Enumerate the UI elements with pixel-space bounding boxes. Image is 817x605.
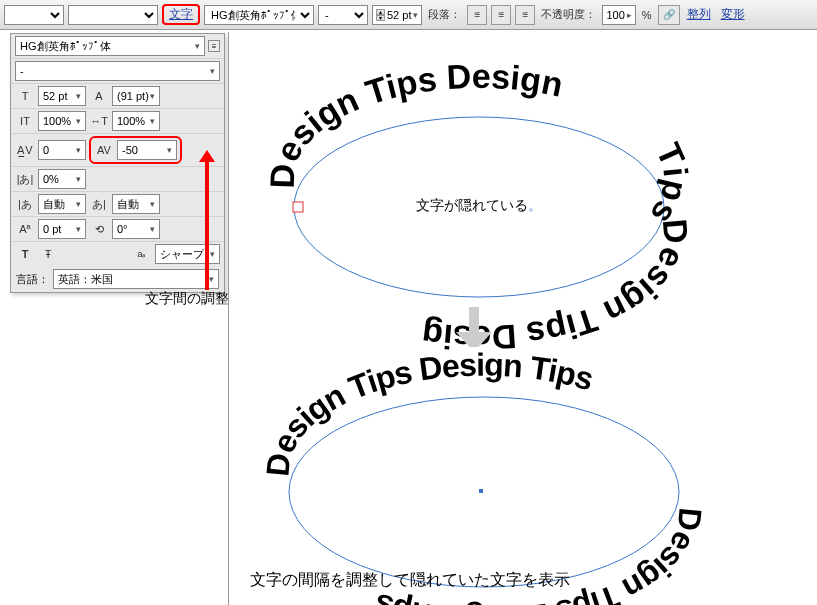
rotation-icon: ⟲ [89,219,109,239]
panel-font-style[interactable]: -▾ [15,61,220,81]
down-arrow-icon [454,307,494,347]
transform-panel-link[interactable]: 変形 [718,6,748,23]
font-size-icon: T [15,86,35,106]
hscale-icon: ↔T [89,111,109,131]
panel-hscale[interactable]: 100%▾ [112,111,160,131]
panel-tsume[interactable]: 0%▾ [38,169,86,189]
panel-aki-left[interactable]: 自動▾ [38,194,86,214]
panel-language[interactable]: 英語：米国▾ [53,269,219,289]
strikethrough-icon[interactable]: Ŧ [38,244,58,264]
percent-label: % [640,9,654,21]
align-panel-link[interactable]: 整列 [684,6,714,23]
baseline-icon: Aª [15,219,35,239]
tracking-annotation: 文字間の調整 [145,290,229,308]
bottom-caption: 文字の間隔を調整して隠れていた文字を表示 [250,570,570,591]
opacity-label: 不透明度： [539,7,598,22]
align-center-button[interactable]: ≡ [491,5,511,25]
tsume-icon: |あ| [15,169,35,189]
character-panel-link[interactable]: 文字 [166,7,196,21]
text-path-after[interactable]: Design Tips Design Tips Design Tips Desi… [279,347,659,579]
panel-rotation[interactable]: 0°▾ [112,219,160,239]
font-style-select[interactable]: - [318,5,368,25]
red-arrow-annotation [205,160,209,290]
tracking-highlight: AV -50▾ [89,136,182,164]
center-point [479,489,483,493]
panel-leading[interactable]: (91 pt)▾ [112,86,160,106]
paragraph-label: 段落： [426,7,463,22]
panel-tracking[interactable]: -50▾ [117,140,177,160]
svg-text:Tips: Tips [643,137,695,231]
top-arc-text-before: Design Tips Design Tips Design Tips Desi… [289,67,669,287]
aki-right-icon: あ| [89,194,109,214]
aki-left-icon: |あ [15,194,35,214]
align-left-button[interactable]: ≡ [467,5,487,25]
panel-font-family[interactable]: HG創英角ﾎﾟｯﾌﾟ体▾ [15,36,205,56]
vscale-icon: IT [15,111,35,131]
align-right-button[interactable]: ≡ [515,5,535,25]
text-path-before[interactable]: Design Tips Design Tips Design Tips Desi… [289,67,669,289]
font-family-select[interactable]: HG創英角ﾎﾟｯﾌﾟ体 [204,5,314,25]
top-toolbar: 文字 HG創英角ﾎﾟｯﾌﾟ体 - ▴▾ 52 pt ▾ 段落： ≡ ≡ ≡ 不透… [0,0,817,30]
kerning-icon: A̲V [15,140,35,160]
panel-baseline[interactable]: 0 pt▾ [38,219,86,239]
character-panel: HG創英角ﾎﾟｯﾌﾟ体▾ ≡ -▾ T 52 pt▾ A (91 pt)▾ IT… [10,33,225,293]
language-label: 言語： [16,272,49,287]
style-select[interactable] [68,5,158,25]
panel-aki-right[interactable]: 自動▾ [112,194,160,214]
font-size-field[interactable]: ▴▾ 52 pt ▾ [372,5,422,25]
underline-icon[interactable]: T [15,244,35,264]
opacity-input[interactable]: 100 ▸ [602,5,635,25]
panel-kerning[interactable]: 0▾ [38,140,86,160]
antialias-label: aₐ [132,244,152,264]
svg-point-4 [289,397,679,587]
panel-font-size[interactable]: 52 pt▾ [38,86,86,106]
panel-antialias[interactable]: シャープ▾ [155,244,220,264]
canvas[interactable]: Design Tips Design Tips Design Tips Desi… [228,32,817,605]
arc-text-after: Design Tips Design Tips Design Tips Desi… [279,347,679,577]
svg-text:Design Tips Design Tips: Design Tips Design Tips [259,347,597,478]
panel-menu-button[interactable]: ≡ [208,40,220,52]
preset-select[interactable] [4,5,64,25]
tracking-icon: AV [94,140,114,160]
hidden-text-caption: 文字が隠れている。 [289,197,669,215]
leading-icon: A [89,86,109,106]
char-panel-highlight: 文字 [162,4,200,25]
panel-vscale[interactable]: 100%▾ [38,111,86,131]
chain-icon[interactable]: 🔗 [658,5,680,25]
